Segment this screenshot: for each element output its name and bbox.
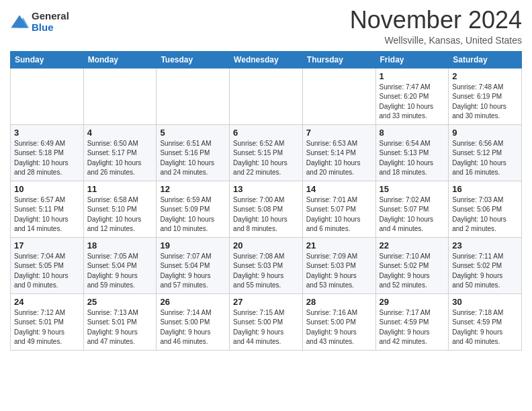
page: General Blue November 2024 Wellsville, K… bbox=[0, 0, 532, 361]
day-number: 6 bbox=[233, 128, 299, 138]
logo-general-text: General bbox=[32, 11, 69, 22]
day-number: 18 bbox=[87, 240, 153, 250]
calendar-day-cell: 7Sunrise: 6:53 AM Sunset: 5:14 PM Daylig… bbox=[302, 124, 375, 181]
day-number: 22 bbox=[380, 240, 445, 250]
day-number: 10 bbox=[14, 184, 80, 194]
calendar-day-cell bbox=[230, 68, 303, 124]
calendar-header-row: SundayMondayTuesdayWednesdayThursdayFrid… bbox=[11, 51, 522, 68]
day-info: Sunrise: 7:01 AM Sunset: 5:07 PM Dayligh… bbox=[306, 195, 372, 234]
calendar-day-cell: 30Sunrise: 7:18 AM Sunset: 4:59 PM Dayli… bbox=[449, 293, 522, 350]
day-number: 12 bbox=[160, 184, 226, 194]
day-of-week-header: Friday bbox=[375, 51, 449, 68]
day-info: Sunrise: 7:13 AM Sunset: 5:01 PM Dayligh… bbox=[87, 308, 153, 347]
day-number: 25 bbox=[87, 297, 153, 307]
day-number: 23 bbox=[452, 240, 518, 250]
month-title: November 2024 bbox=[350, 7, 522, 34]
calendar-day-cell: 19Sunrise: 7:07 AM Sunset: 5:04 PM Dayli… bbox=[157, 237, 230, 293]
location: Wellsville, Kansas, United States bbox=[350, 35, 522, 46]
day-number: 3 bbox=[14, 128, 80, 138]
calendar-day-cell: 23Sunrise: 7:11 AM Sunset: 5:02 PM Dayli… bbox=[449, 237, 522, 293]
calendar-day-cell: 17Sunrise: 7:04 AM Sunset: 5:05 PM Dayli… bbox=[11, 237, 84, 293]
day-number: 5 bbox=[160, 128, 226, 138]
calendar-day-cell: 6Sunrise: 6:52 AM Sunset: 5:15 PM Daylig… bbox=[230, 124, 303, 181]
day-info: Sunrise: 7:47 AM Sunset: 6:20 PM Dayligh… bbox=[380, 83, 445, 122]
calendar-day-cell: 16Sunrise: 7:03 AM Sunset: 5:06 PM Dayli… bbox=[449, 181, 522, 237]
calendar-day-cell: 15Sunrise: 7:02 AM Sunset: 5:07 PM Dayli… bbox=[375, 181, 449, 237]
calendar-day-cell bbox=[302, 68, 375, 124]
day-info: Sunrise: 6:59 AM Sunset: 5:09 PM Dayligh… bbox=[160, 195, 226, 234]
calendar-day-cell: 4Sunrise: 6:50 AM Sunset: 5:17 PM Daylig… bbox=[83, 124, 157, 181]
calendar-day-cell: 27Sunrise: 7:15 AM Sunset: 5:00 PM Dayli… bbox=[230, 293, 303, 350]
calendar-day-cell bbox=[83, 68, 157, 124]
calendar-day-cell: 8Sunrise: 6:54 AM Sunset: 5:13 PM Daylig… bbox=[375, 124, 449, 181]
day-number: 30 bbox=[452, 297, 518, 307]
day-number: 9 bbox=[452, 128, 518, 138]
calendar-day-cell bbox=[11, 68, 84, 124]
day-number: 8 bbox=[380, 128, 445, 138]
day-info: Sunrise: 7:18 AM Sunset: 4:59 PM Dayligh… bbox=[452, 308, 518, 347]
day-info: Sunrise: 7:12 AM Sunset: 5:01 PM Dayligh… bbox=[14, 308, 80, 347]
day-info: Sunrise: 6:52 AM Sunset: 5:15 PM Dayligh… bbox=[233, 139, 299, 178]
calendar-day-cell: 20Sunrise: 7:08 AM Sunset: 5:03 PM Dayli… bbox=[230, 237, 303, 293]
calendar-day-cell: 11Sunrise: 6:58 AM Sunset: 5:10 PM Dayli… bbox=[83, 181, 157, 237]
day-number: 24 bbox=[14, 297, 80, 307]
calendar-week-row: 17Sunrise: 7:04 AM Sunset: 5:05 PM Dayli… bbox=[11, 237, 522, 293]
day-info: Sunrise: 7:14 AM Sunset: 5:00 PM Dayligh… bbox=[160, 308, 226, 347]
calendar-day-cell: 22Sunrise: 7:10 AM Sunset: 5:02 PM Dayli… bbox=[375, 237, 449, 293]
day-info: Sunrise: 7:04 AM Sunset: 5:05 PM Dayligh… bbox=[14, 252, 80, 291]
day-info: Sunrise: 7:02 AM Sunset: 5:07 PM Dayligh… bbox=[380, 195, 445, 234]
day-info: Sunrise: 6:56 AM Sunset: 5:12 PM Dayligh… bbox=[452, 139, 518, 178]
day-number: 19 bbox=[160, 240, 226, 250]
calendar-day-cell: 29Sunrise: 7:17 AM Sunset: 4:59 PM Dayli… bbox=[375, 293, 449, 350]
calendar-day-cell bbox=[157, 68, 230, 124]
day-of-week-header: Wednesday bbox=[230, 51, 303, 68]
day-info: Sunrise: 6:54 AM Sunset: 5:13 PM Dayligh… bbox=[380, 139, 445, 178]
calendar-day-cell: 18Sunrise: 7:05 AM Sunset: 5:04 PM Dayli… bbox=[83, 237, 157, 293]
day-info: Sunrise: 6:49 AM Sunset: 5:18 PM Dayligh… bbox=[14, 139, 80, 178]
day-number: 1 bbox=[380, 71, 445, 81]
day-of-week-header: Monday bbox=[83, 51, 157, 68]
day-info: Sunrise: 7:16 AM Sunset: 5:00 PM Dayligh… bbox=[306, 308, 372, 347]
day-of-week-header: Saturday bbox=[449, 51, 522, 68]
day-number: 16 bbox=[452, 184, 518, 194]
calendar-week-row: 10Sunrise: 6:57 AM Sunset: 5:11 PM Dayli… bbox=[11, 181, 522, 237]
day-info: Sunrise: 6:53 AM Sunset: 5:14 PM Dayligh… bbox=[306, 139, 372, 178]
day-info: Sunrise: 6:50 AM Sunset: 5:17 PM Dayligh… bbox=[87, 139, 153, 178]
day-info: Sunrise: 7:15 AM Sunset: 5:00 PM Dayligh… bbox=[233, 308, 299, 347]
logo-icon bbox=[10, 13, 29, 32]
calendar-week-row: 3Sunrise: 6:49 AM Sunset: 5:18 PM Daylig… bbox=[11, 124, 522, 181]
calendar-day-cell: 25Sunrise: 7:13 AM Sunset: 5:01 PM Dayli… bbox=[83, 293, 157, 350]
logo-text: General Blue bbox=[32, 11, 69, 33]
day-info: Sunrise: 7:03 AM Sunset: 5:06 PM Dayligh… bbox=[452, 195, 518, 234]
calendar-day-cell: 14Sunrise: 7:01 AM Sunset: 5:07 PM Dayli… bbox=[302, 181, 375, 237]
day-number: 4 bbox=[87, 128, 153, 138]
day-info: Sunrise: 7:05 AM Sunset: 5:04 PM Dayligh… bbox=[87, 252, 153, 291]
header: General Blue November 2024 Wellsville, K… bbox=[10, 7, 522, 46]
day-number: 20 bbox=[233, 240, 299, 250]
day-of-week-header: Sunday bbox=[11, 51, 84, 68]
day-info: Sunrise: 7:17 AM Sunset: 4:59 PM Dayligh… bbox=[380, 308, 445, 347]
day-number: 26 bbox=[160, 297, 226, 307]
calendar-day-cell: 13Sunrise: 7:00 AM Sunset: 5:08 PM Dayli… bbox=[230, 181, 303, 237]
day-number: 21 bbox=[306, 240, 372, 250]
day-info: Sunrise: 7:08 AM Sunset: 5:03 PM Dayligh… bbox=[233, 252, 299, 291]
day-info: Sunrise: 6:57 AM Sunset: 5:11 PM Dayligh… bbox=[14, 195, 80, 234]
calendar-day-cell: 2Sunrise: 7:48 AM Sunset: 6:19 PM Daylig… bbox=[449, 68, 522, 124]
day-info: Sunrise: 7:48 AM Sunset: 6:19 PM Dayligh… bbox=[452, 83, 518, 122]
title-block: November 2024 Wellsville, Kansas, United… bbox=[350, 7, 522, 46]
day-number: 11 bbox=[87, 184, 153, 194]
day-info: Sunrise: 7:11 AM Sunset: 5:02 PM Dayligh… bbox=[452, 252, 518, 291]
calendar-day-cell: 21Sunrise: 7:09 AM Sunset: 5:03 PM Dayli… bbox=[302, 237, 375, 293]
calendar-day-cell: 26Sunrise: 7:14 AM Sunset: 5:00 PM Dayli… bbox=[157, 293, 230, 350]
calendar-day-cell: 1Sunrise: 7:47 AM Sunset: 6:20 PM Daylig… bbox=[375, 68, 449, 124]
logo: General Blue bbox=[10, 11, 69, 33]
day-number: 27 bbox=[233, 297, 299, 307]
day-info: Sunrise: 7:07 AM Sunset: 5:04 PM Dayligh… bbox=[160, 252, 226, 291]
day-of-week-header: Thursday bbox=[302, 51, 375, 68]
calendar-week-row: 24Sunrise: 7:12 AM Sunset: 5:01 PM Dayli… bbox=[11, 293, 522, 350]
day-number: 17 bbox=[14, 240, 80, 250]
calendar-week-row: 1Sunrise: 7:47 AM Sunset: 6:20 PM Daylig… bbox=[11, 68, 522, 124]
day-info: Sunrise: 6:51 AM Sunset: 5:16 PM Dayligh… bbox=[160, 139, 226, 178]
day-number: 29 bbox=[380, 297, 445, 307]
calendar: SundayMondayTuesdayWednesdayThursdayFrid… bbox=[10, 51, 522, 351]
